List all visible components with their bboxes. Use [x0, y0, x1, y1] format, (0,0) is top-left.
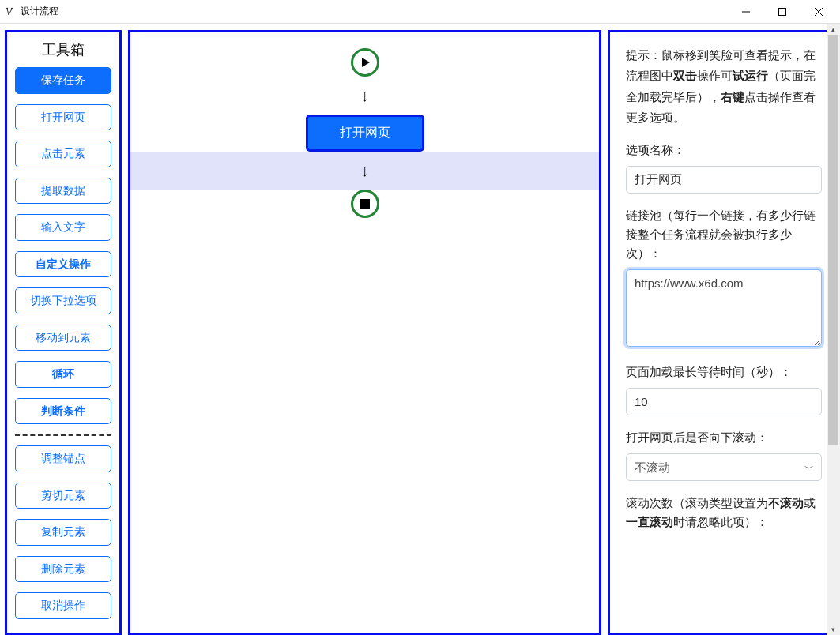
switch-dropdown-button[interactable]: 切换下拉选项 [15, 287, 111, 314]
click-element-button[interactable]: 点击元素 [15, 141, 111, 167]
scroll-after-label: 打开网页后是否向下滚动： [626, 428, 822, 447]
main-area: 工具箱 保存任务 打开网页 点击元素 提取数据 输入文字 自定义操作 切换下拉选… [0, 24, 840, 635]
toolbox-panel: 工具箱 保存任务 打开网页 点击元素 提取数据 输入文字 自定义操作 切换下拉选… [5, 30, 122, 635]
end-node[interactable] [351, 190, 379, 218]
minimize-button[interactable] [728, 0, 764, 24]
undo-button[interactable]: 取消操作 [15, 592, 111, 619]
svg-marker-6 [362, 58, 370, 67]
copy-element-button[interactable]: 复制元素 [15, 519, 111, 546]
condition-button[interactable]: 判断条件 [15, 398, 111, 425]
window-controls [728, 0, 837, 24]
properties-panel: 提示：鼠标移到笑脸可查看提示，在流程图中双击操作可试运行（页面完全加载完毕后），… [608, 30, 835, 635]
save-task-button[interactable]: 保存任务 [15, 67, 111, 94]
move-to-element-button[interactable]: 移动到元素 [15, 325, 111, 351]
scroll-after-select[interactable]: 不滚动 [626, 453, 822, 481]
app-icon [3, 6, 16, 18]
stop-icon [360, 199, 370, 209]
svg-rect-3 [779, 8, 786, 15]
option-name-input[interactable] [626, 166, 822, 194]
play-icon [359, 56, 371, 69]
delete-element-button[interactable]: 删除元素 [15, 556, 111, 583]
hint-text: 提示：鼠标移到笑脸可查看提示，在流程图中双击操作可试运行（页面完全加载完毕后），… [626, 45, 822, 128]
custom-action-button[interactable]: 自定义操作 [15, 251, 111, 278]
start-node[interactable] [351, 48, 379, 77]
scroll-up-icon[interactable]: ▴ [827, 24, 840, 35]
open-page-node[interactable]: 打开网页 [306, 115, 424, 152]
open-page-button[interactable]: 打开网页 [15, 104, 111, 131]
loop-button[interactable]: 循环 [15, 361, 111, 388]
link-pool-label: 链接池（每行一个链接，有多少行链接整个任务流程就会被执行多少次）： [626, 206, 822, 263]
window-scrollbar[interactable]: ▴ ▾ [827, 24, 840, 635]
input-text-button[interactable]: 输入文字 [15, 214, 111, 241]
toolbox-separator [15, 434, 111, 436]
maximize-button[interactable] [764, 0, 800, 24]
flow-canvas[interactable]: ↓ 打开网页 ↓ [128, 30, 601, 635]
option-name-label: 选项名称： [626, 141, 822, 160]
extract-data-button[interactable]: 提取数据 [15, 178, 111, 205]
toolbox-title: 工具箱 [15, 40, 111, 59]
selected-drop-zone[interactable]: ↓ [130, 152, 599, 190]
link-pool-textarea[interactable] [626, 269, 822, 347]
arrow-down-icon: ↓ [361, 88, 369, 103]
scroll-down-icon[interactable]: ▾ [827, 624, 840, 635]
scroll-thumb[interactable] [828, 35, 838, 445]
scroll-count-label: 滚动次数（滚动类型设置为不滚动或一直滚动时请忽略此项）： [626, 494, 822, 532]
max-wait-label: 页面加载最长等待时间（秒）： [626, 363, 822, 381]
adjust-anchor-button[interactable]: 调整锚点 [15, 445, 111, 472]
arrow-down-icon: ↓ [361, 163, 369, 178]
max-wait-input[interactable] [626, 388, 822, 415]
window-title: 设计流程 [21, 5, 58, 18]
titlebar: 设计流程 [0, 0, 840, 24]
close-button[interactable] [800, 0, 837, 24]
cut-element-button[interactable]: 剪切元素 [15, 483, 111, 509]
